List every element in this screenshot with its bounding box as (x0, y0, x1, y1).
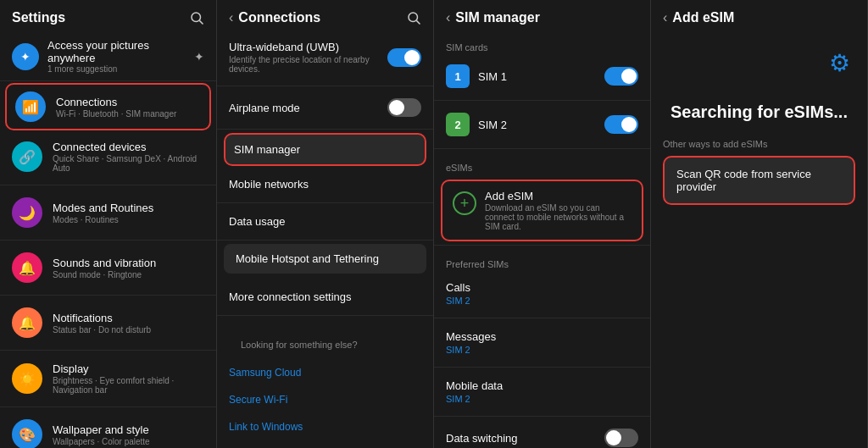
mobile-data-item[interactable]: Mobile data SIM 2 (434, 371, 650, 412)
mobile-data-value: SIM 2 (446, 394, 638, 404)
data-switching-item[interactable]: Data switching (434, 420, 650, 448)
data-usage-item[interactable]: Data usage (217, 207, 433, 236)
mobile-networks-item[interactable]: Mobile networks (217, 169, 433, 199)
settings-item-text-sounds-vibration: Sounds and vibration Sound mode · Ringto… (53, 257, 204, 279)
divider-connected-devices (0, 185, 216, 185)
uwb-item[interactable]: Ultra-wideband (UWB) Identify the precis… (217, 32, 433, 82)
settings-item-notifications[interactable]: 🔔 Notifications Status bar · Do not dist… (0, 299, 216, 346)
add-esim-header-left: ‹ Add eSIM (663, 10, 734, 25)
settings-item-wallpaper-style[interactable]: 🎨 Wallpaper and style Wallpapers · Color… (0, 411, 216, 448)
sim1-number-badge: 1 (446, 64, 470, 88)
sim-manager-item[interactable]: SIM manager (224, 133, 426, 166)
uwb-subtitle: Identify the precise location of nearby … (229, 55, 387, 74)
star-icon: ✦ (194, 50, 204, 64)
sim1-toggle[interactable] (604, 67, 638, 86)
pref-div1 (434, 318, 650, 318)
connections-title: Connections (238, 10, 320, 25)
divider-sounds-vibration (0, 295, 216, 296)
calls-title: Calls (446, 281, 638, 294)
sim-cards-label: SIM cards (434, 32, 650, 56)
data-switching-toggle[interactable] (604, 429, 638, 447)
sim-divider1 (434, 100, 650, 101)
hotspot-item[interactable]: Mobile Hotspot and Tethering (224, 244, 426, 274)
sim1-item[interactable]: 1 SIM 1 (434, 56, 650, 97)
searching-text: Searching for eSIMs... (659, 102, 859, 122)
settings-item-icon-connections: 📶 (15, 91, 46, 122)
suggestion-icon: ✦ (12, 43, 39, 70)
settings-item-subtitle-notifications: Status bar · Do not disturb (53, 325, 204, 335)
sim1-text: SIM 1 (478, 70, 596, 83)
connections-search-icon[interactable] (406, 10, 421, 25)
sim2-item[interactable]: 2 SIM 2 (434, 104, 650, 145)
suggestion-item[interactable]: ✦ Access your pictures anywhere 1 more s… (0, 32, 216, 81)
airplane-item[interactable]: Airplane mode (217, 90, 433, 125)
sim-back-arrow-icon[interactable]: ‹ (446, 10, 450, 25)
add-esim-header: ‹ Add eSIM (651, 0, 867, 32)
settings-list: ✦ Access your pictures anywhere 1 more s… (0, 32, 216, 448)
divider2 (217, 129, 433, 130)
suggestion-title: Access your pictures anywhere (47, 39, 186, 64)
pref-div3 (434, 416, 650, 417)
looking-link-text-0: Samsung Cloud (229, 367, 301, 379)
search-icon[interactable] (189, 10, 204, 25)
add-esim-item[interactable]: + Add eSIM Download an eSIM so you can c… (441, 180, 643, 241)
settings-item-text-wallpaper-style: Wallpaper and style Wallpapers · Color p… (53, 423, 204, 446)
add-esim-panel: ‹ Add eSIM ⚙ Searching for eSIMs... Othe… (651, 0, 868, 448)
sim-manager-panel: ‹ SIM manager SIM cards 1 SIM 1 2 SIM 2 … (434, 0, 651, 448)
looking-label: Looking for something else? (229, 329, 421, 353)
uwb-title: Ultra-wideband (UWB) (229, 41, 387, 53)
settings-item-connected-devices[interactable]: 🔗 Connected devices Quick Share · Samsun… (0, 132, 216, 181)
divider1 (217, 86, 433, 86)
settings-item-title-notifications: Notifications (53, 312, 204, 324)
sim2-text: SIM 2 (478, 119, 596, 131)
settings-item-subtitle-modes-routines: Modes · Routines (53, 215, 204, 224)
settings-item-subtitle-connected-devices: Quick Share · Samsung DeX · Android Auto (53, 154, 204, 173)
add-esim-text: Add eSIM Download an eSIM so you can con… (485, 190, 632, 231)
settings-panel: Settings ✦ Access your pictures anywhere… (0, 0, 217, 448)
looking-link-1[interactable]: Secure Wi-Fi (217, 385, 433, 412)
sim2-number-badge: 2 (446, 113, 470, 136)
airplane-row: Airplane mode (229, 98, 421, 117)
uwb-row: Ultra-wideband (UWB) Identify the precis… (229, 41, 421, 74)
scan-qr-item[interactable]: Scan QR code from service provider (663, 156, 855, 205)
settings-item-text-connected-devices: Connected devices Quick Share · Samsung … (53, 141, 204, 173)
settings-item-sounds-vibration[interactable]: 🔔 Sounds and vibration Sound mode · Ring… (0, 244, 216, 291)
settings-item-icon-notifications: 🔔 (12, 307, 42, 338)
mobile-networks-title: Mobile networks (229, 178, 421, 191)
esim-back-arrow-icon[interactable]: ‹ (663, 10, 667, 25)
pref-div2 (434, 367, 650, 368)
divider-notifications (0, 350, 216, 351)
add-esim-panel-title: Add eSIM (672, 10, 734, 25)
settings-item-subtitle-display: Brightness · Eye comfort shield · Naviga… (53, 376, 204, 395)
settings-item-display[interactable]: ☀️ Display Brightness · Eye comfort shie… (0, 354, 216, 403)
settings-title: Settings (12, 10, 65, 25)
looking-link-3[interactable]: Android Auto (217, 440, 433, 448)
scan-qr-text: Scan QR code from service provider (676, 168, 842, 193)
connections-panel: ‹ Connections Ultra-wideband (UWB) Ident… (217, 0, 434, 448)
looking-link-text-2: Link to Windows (229, 421, 303, 433)
looking-link-text-1: Secure Wi-Fi (229, 394, 287, 406)
settings-item-text-display: Display Brightness · Eye comfort shield … (53, 362, 204, 395)
data-switching-title: Data switching (446, 432, 518, 445)
connections-header: ‹ Connections (217, 0, 433, 32)
sim-manager-title: SIM manager (455, 10, 540, 25)
hotspot-title: Mobile Hotspot and Tethering (236, 252, 415, 265)
settings-item-modes-routines[interactable]: 🌙 Modes and Routines Modes · Routines (0, 189, 216, 236)
more-connection-item[interactable]: More connection settings (217, 282, 433, 312)
settings-item-icon-display: ☀️ (12, 363, 42, 394)
looking-link-0[interactable]: Samsung Cloud (217, 358, 433, 385)
sim2-toggle[interactable] (604, 115, 638, 134)
looking-links: Samsung CloudSecure Wi-FiLink to Windows… (217, 358, 433, 448)
settings-item-icon-wallpaper-style: 🎨 (12, 419, 42, 448)
looking-link-2[interactable]: Link to Windows (217, 412, 433, 440)
settings-item-subtitle-sounds-vibration: Sound mode · Ringtone (53, 270, 204, 279)
settings-item-connections[interactable]: 📶 Connections Wi-Fi · Bluetooth · SIM ma… (5, 83, 211, 130)
calls-item[interactable]: Calls SIM 2 (434, 273, 650, 314)
airplane-toggle[interactable] (387, 98, 421, 117)
plus-icon: + (453, 191, 476, 215)
settings-item-title-connections: Connections (56, 96, 201, 108)
uwb-toggle[interactable] (387, 48, 421, 67)
back-arrow-icon[interactable]: ‹ (229, 10, 233, 25)
settings-item-icon-modes-routines: 🌙 (12, 197, 42, 228)
messages-item[interactable]: Messages SIM 2 (434, 322, 650, 363)
